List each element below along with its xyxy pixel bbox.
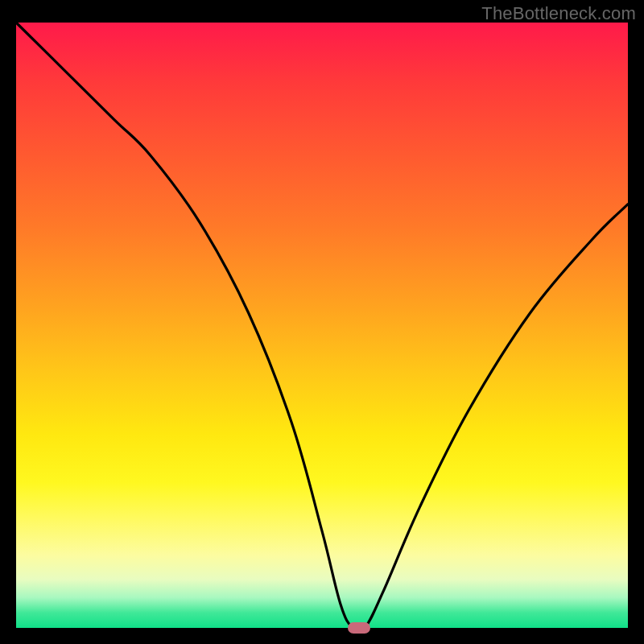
optimal-marker xyxy=(348,622,370,634)
chart-frame: TheBottleneck.com xyxy=(0,0,644,644)
plot-area xyxy=(16,23,628,628)
watermark-label: TheBottleneck.com xyxy=(481,3,636,24)
bottleneck-curve xyxy=(16,23,628,628)
